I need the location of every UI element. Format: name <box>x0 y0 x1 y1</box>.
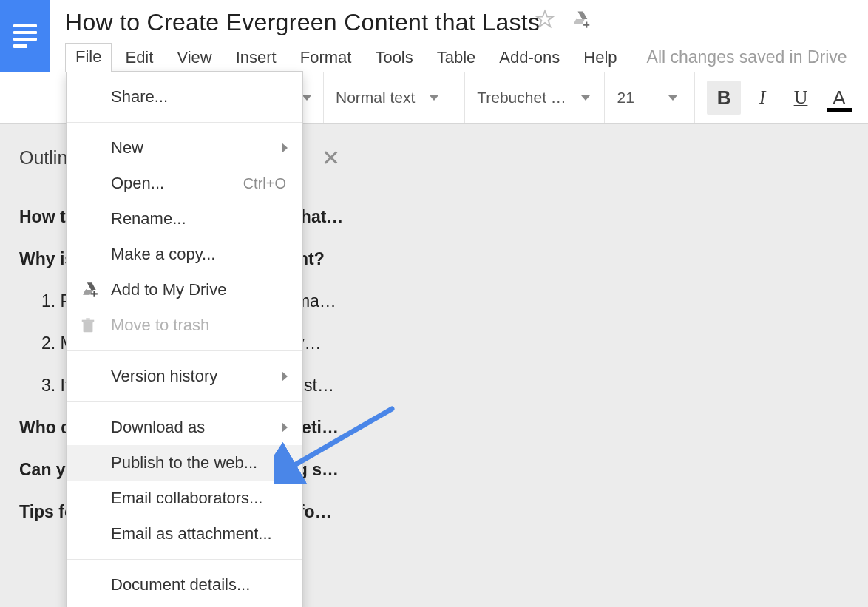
menu-addons[interactable]: Add-ons <box>489 44 570 72</box>
file-move-to-trash-label: Move to trash <box>111 316 209 335</box>
caret-down-icon <box>668 95 677 101</box>
font-size-dropdown[interactable]: 21 <box>617 89 677 106</box>
file-download-as-label: Download as <box>111 418 205 437</box>
text-color-button[interactable]: A <box>822 81 856 115</box>
close-icon[interactable]: ✕ <box>322 145 340 171</box>
font-family-dropdown[interactable]: Trebuchet … <box>477 89 590 106</box>
paragraph-style-dropdown[interactable]: Normal text <box>336 89 438 106</box>
submenu-caret-icon <box>282 371 288 382</box>
file-document-details[interactable]: Document details... <box>67 567 302 603</box>
underline-button[interactable]: U <box>784 81 818 115</box>
file-new[interactable]: New <box>67 130 302 166</box>
menu-table[interactable]: Table <box>427 44 486 72</box>
svg-marker-0 <box>537 11 553 27</box>
svg-rect-5 <box>583 24 589 25</box>
caret-down-icon <box>581 95 590 101</box>
submenu-caret-icon <box>282 143 288 153</box>
file-version-history-label: Version history <box>111 367 217 386</box>
caret-down-icon[interactable] <box>302 95 311 101</box>
trash-icon <box>80 316 96 334</box>
menu-edit[interactable]: Edit <box>115 44 163 72</box>
font-size-value: 21 <box>617 89 634 106</box>
file-open[interactable]: Open... Ctrl+O <box>67 166 302 201</box>
file-make-copy[interactable]: Make a copy... <box>67 237 302 272</box>
italic-button[interactable]: I <box>745 81 779 115</box>
menu-file[interactable]: File <box>65 43 112 72</box>
file-version-history[interactable]: Version history <box>67 359 302 394</box>
svg-marker-7 <box>87 282 96 290</box>
file-dropdown: Share... New Open... Ctrl+O Rename... Ma… <box>66 71 303 607</box>
menu-bar: File Edit View Insert Format Tools Table… <box>65 43 868 72</box>
document-title[interactable]: How to Create Evergreen Content that Las… <box>65 7 868 40</box>
header: How to Create Evergreen Content that Las… <box>0 0 868 72</box>
svg-marker-3 <box>574 19 585 24</box>
docs-logo-icon <box>10 21 40 51</box>
submenu-caret-icon <box>282 422 288 433</box>
text-color-glyph: A <box>833 87 845 109</box>
svg-rect-13 <box>86 318 90 319</box>
menu-tools[interactable]: Tools <box>365 44 423 72</box>
file-email-collaborators[interactable]: Email collaborators... <box>67 481 302 516</box>
caret-down-icon <box>430 95 438 101</box>
svg-rect-10 <box>91 293 98 294</box>
file-move-to-trash: Move to trash <box>67 308 302 343</box>
file-open-label: Open... <box>111 174 164 193</box>
file-new-label: New <box>111 138 143 157</box>
menu-insert[interactable]: Insert <box>226 44 287 72</box>
file-add-to-drive[interactable]: Add to My Drive <box>67 272 302 308</box>
bold-button[interactable]: B <box>707 81 741 115</box>
save-status: All changes saved in Drive <box>647 47 847 67</box>
drive-add-icon <box>80 280 99 299</box>
file-download-as[interactable]: Download as <box>67 410 302 445</box>
svg-rect-12 <box>82 320 95 322</box>
menu-help[interactable]: Help <box>573 44 627 72</box>
docs-app-icon[interactable] <box>0 0 50 72</box>
file-rename[interactable]: Rename... <box>67 201 302 237</box>
file-add-to-drive-label: Add to My Drive <box>111 280 227 299</box>
file-publish-to-web[interactable]: Publish to the web... <box>67 445 302 481</box>
file-open-shortcut: Ctrl+O <box>243 175 286 192</box>
file-share[interactable]: Share... <box>67 79 302 115</box>
menu-view[interactable]: View <box>166 44 222 72</box>
star-icon[interactable] <box>535 9 555 30</box>
add-to-drive-icon[interactable] <box>570 9 591 30</box>
font-family-label: Trebuchet … <box>477 89 566 106</box>
file-email-attachment[interactable]: Email as attachment... <box>67 516 302 552</box>
text-color-bar <box>827 108 852 112</box>
menu-format[interactable]: Format <box>290 44 362 72</box>
svg-rect-11 <box>84 322 93 332</box>
svg-marker-2 <box>578 12 588 20</box>
paragraph-style-label: Normal text <box>336 89 415 106</box>
